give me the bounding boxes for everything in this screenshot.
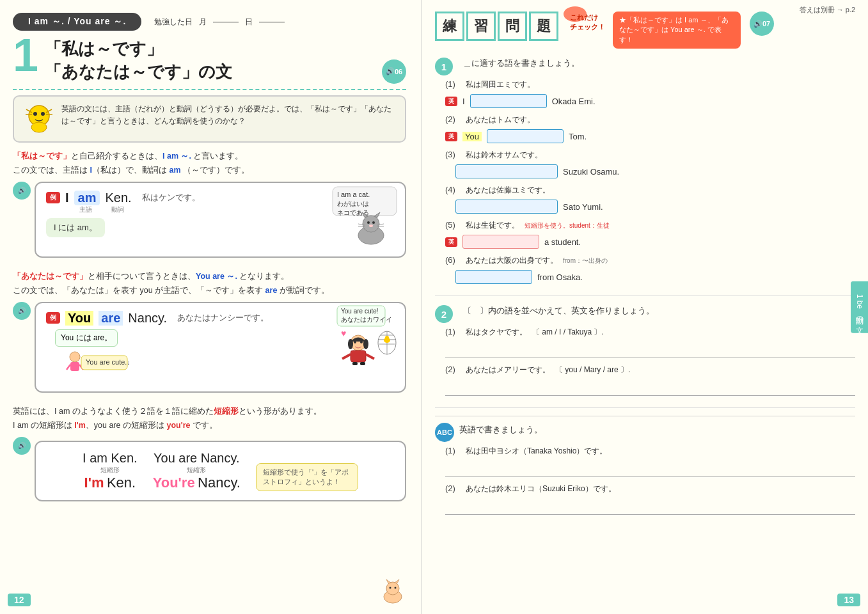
youre-text: you're — [164, 421, 191, 430]
day-label: 日 — [245, 17, 253, 28]
example-you: You — [65, 311, 93, 326]
char-1: 練 — [435, 12, 464, 41]
item-num-1: (1) — [445, 79, 461, 89]
lesson-number: 1 — [13, 32, 38, 78]
svg-text:You are cute!: You are cute! — [341, 308, 379, 315]
item-row-4: (4) あなたは佐藤ユミです。 — [445, 185, 855, 198]
example-rest-2: Nancy. — [128, 311, 167, 326]
ex3-label: 英語で書きましょう。 — [459, 424, 542, 436]
ex1-item-5: (5) 私は生徒です。 短縮形を使う。student：生徒 英 a studen… — [435, 220, 855, 249]
lesson-title-1: 「私は～です」 — [45, 37, 232, 60]
svg-point-54 — [390, 587, 391, 589]
item-sentence-5: 私は生徒です。 — [466, 220, 519, 231]
answer-line-3-2[interactable] — [445, 500, 855, 515]
check-label: これだけチェック！ — [567, 12, 608, 33]
item-row-2-2: (2) あなたはメアリーです。 〔 you / Mary / are 〕. — [445, 365, 855, 378]
item-row-3-2: (2) あなたは鈴木エリコ（Suzuki Eriko）です。 — [445, 484, 855, 497]
im-contracted: I'm Ken. — [83, 475, 138, 491]
answer-row-1: 英 I Okada Emi. — [445, 94, 855, 108]
svg-point-3 — [31, 122, 47, 132]
example-are: are — [99, 311, 123, 326]
answer-line-2-2[interactable] — [445, 381, 855, 396]
ex1-item-2: (2) あなたはトムです。 英 You Tom. — [435, 114, 855, 143]
dotted-separator — [13, 89, 406, 90]
char-3: 問 — [498, 12, 527, 41]
contraction-box: I am Ken. 短縮形 I'm Ken. You are Nancy. 短縮… — [35, 441, 406, 501]
youre-label: 短縮形 — [153, 466, 241, 475]
svg-point-42 — [385, 336, 389, 340]
check-badge: ★「私は～です」は I am ～、「あなた～です」は You are ～. で表… — [613, 12, 741, 49]
lesson-titles: 「私は～です」 「あなたは～です」の文 — [45, 37, 232, 84]
page-number-right: 13 — [837, 594, 860, 606]
month-box[interactable] — [213, 22, 239, 22]
right-page: 答えは別冊 → p.2 練 習 問 題 これだけチェック！ ★「私は～です」は … — [422, 0, 868, 614]
svg-point-30 — [354, 341, 356, 343]
audio-circle-2[interactable]: 🔊 — [13, 302, 31, 320]
audio-badge-right[interactable]: 🔊 07 — [750, 12, 774, 36]
ex2-item-1: (1) 私はタクヤです。 〔 am / I / Takuya 〕. — [435, 327, 855, 358]
contraction-examples: I am Ken. 短縮形 I'm Ken. You are Nancy. 短縮… — [47, 451, 393, 491]
suffix-6: from Osaka. — [537, 272, 583, 282]
abc-header: ABC 英語で書きましょう。 — [435, 423, 855, 442]
lesson-num-title-block: 1 「私は～です」 「あなたは～です」の文 🔊 06 — [13, 37, 406, 84]
ex3-item-2: (2) あなたは鈴木エリコ（Suzuki Eriko）です。 — [435, 484, 855, 515]
answer-row-2: 英 You Tom. — [445, 129, 855, 143]
item-num-6: (6) — [445, 255, 461, 265]
audio-circle-1[interactable]: 🔊 — [13, 182, 31, 200]
vocab-note-5: 短縮形を使う。student：生徒 — [525, 221, 610, 230]
answer-line-2-1[interactable] — [445, 343, 855, 358]
youare-full: You are Nancy. — [153, 451, 241, 466]
lesson-banner: I am ～. / You are ～. — [13, 13, 141, 31]
iam-highlight-text: 「私は～です」 — [13, 152, 71, 161]
fill-box-5[interactable] — [462, 235, 539, 249]
svg-point-2 — [41, 112, 45, 116]
day-box[interactable] — [259, 22, 285, 22]
im-label: 短縮形 — [83, 466, 138, 475]
answer-line-3-1[interactable] — [445, 462, 855, 477]
ex2-title-row: 2 〔 〕内の語を並べかえて、英文を作りましょう。 — [435, 304, 855, 323]
svg-point-28 — [348, 339, 353, 349]
svg-text:わがはいは: わがはいは — [337, 200, 369, 207]
ex2-item-2: (2) あなたはメアリーです。 〔 you / Mary / are 〕. — [435, 365, 855, 396]
study-date: 勉強した日 月 日 — [154, 17, 285, 28]
badge-5: 英 — [445, 237, 457, 247]
fill-box-4[interactable] — [455, 200, 558, 214]
cat-small — [377, 574, 409, 606]
audio-icon-2: 🔊 — [18, 307, 26, 314]
svg-marker-53 — [395, 579, 399, 583]
svg-rect-45 — [70, 362, 79, 371]
ex1-item-4: (4) あなたは佐藤ユミです。 Sato Yumi. — [435, 185, 855, 214]
ex1-title-row: 1 ＿に適する語を書きましょう。 — [435, 56, 855, 75]
item-row-5: (5) 私は生徒です。 短縮形を使う。student：生徒 — [445, 220, 855, 233]
iam-explanation: 「私は～です」と自己紹介するときは、I am ～. と言います。 この文では、主… — [13, 149, 406, 178]
audio-num-left: 06 — [395, 68, 402, 75]
svg-point-29 — [363, 339, 368, 349]
char-2: 習 — [466, 12, 496, 41]
item-num-3-1: (1) — [445, 446, 461, 455]
fill-box-1[interactable] — [470, 94, 547, 108]
fill-box-6[interactable] — [455, 270, 532, 284]
iam-full: I am Ken. — [83, 451, 138, 466]
suffix-1: Okada Emi. — [552, 97, 596, 106]
cat-illustration: I am a cat. わがはいは ネコである — [329, 185, 400, 246]
audio-circle-3[interactable]: 🔊 — [13, 437, 31, 455]
im-text: I'm — [72, 421, 86, 430]
audio-icon-1: 🔊 — [18, 187, 26, 194]
ex1-instruction: ＿に適する語を書きましょう。 — [463, 58, 580, 69]
example-badge-1: 例 — [46, 192, 60, 203]
item-row-3: (3) 私は鈴木オサムです。 — [445, 150, 855, 163]
fill-box-3[interactable] — [455, 164, 558, 178]
audio-badge-left[interactable]: 🔊 06 — [382, 59, 406, 84]
svg-text:I am a cat.: I am a cat. — [337, 191, 370, 198]
youare-example-box: You are cute! あなたはカワイイ — [35, 302, 406, 393]
svg-point-13 — [363, 216, 379, 232]
contraction-intro: 英語には、I am のようなよく使う２語を１語に縮めた短縮形という形があります。… — [13, 404, 406, 433]
item-num-3-2: (2) — [445, 484, 461, 493]
ex1-item-3: (3) 私は鈴木オサムです。 Suzuki Osamu. — [435, 150, 855, 178]
youare-highlight: 「あなたは～です」 — [13, 272, 88, 281]
audio-icon-3: 🔊 — [18, 442, 26, 449]
item-row-2-1: (1) 私はタクヤです。 〔 am / I / Takuya 〕. — [445, 327, 855, 340]
fill-box-2[interactable] — [487, 129, 564, 143]
page-number-left: 12 — [8, 594, 31, 606]
suffix-5: a student. — [544, 237, 581, 247]
